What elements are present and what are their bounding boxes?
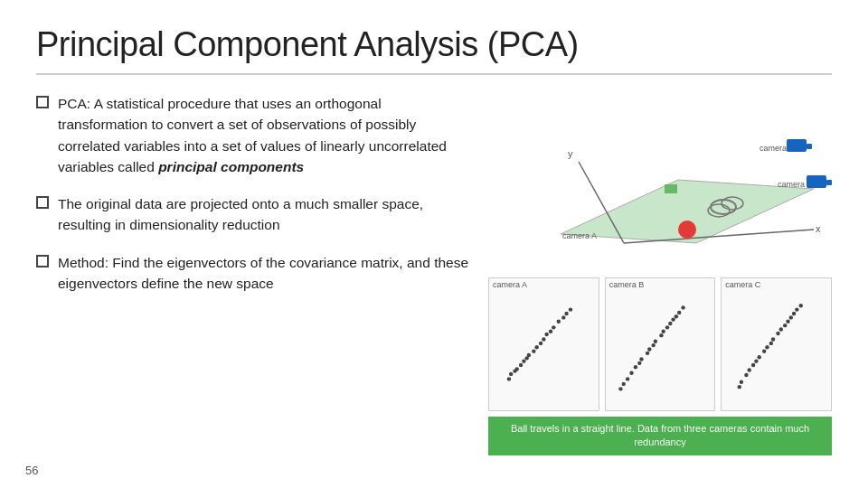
- svg-point-23: [544, 333, 548, 336]
- svg-point-66: [748, 368, 751, 371]
- slide-title: Principal Component Analysis (PCA): [36, 25, 832, 64]
- svg-point-45: [677, 311, 681, 314]
- svg-point-28: [532, 349, 535, 352]
- slide-container: Principal Component Analysis (PCA) PCA: …: [0, 0, 868, 488]
- svg-point-49: [646, 352, 649, 355]
- scatter-label-b: camera B: [609, 280, 645, 289]
- scatter-panel-a: camera A: [488, 277, 599, 411]
- svg-point-64: [796, 307, 799, 311]
- diagram-bottom: camera A: [488, 277, 832, 411]
- svg-point-41: [653, 340, 656, 343]
- right-column: y x camera A camera B: [488, 89, 832, 470]
- svg-point-33: [569, 307, 572, 311]
- svg-rect-15: [826, 180, 832, 185]
- svg-point-44: [671, 317, 675, 321]
- svg-rect-14: [807, 175, 826, 188]
- svg-point-53: [674, 314, 677, 318]
- bullet-item-3: Method: Find the eigenvectors of the cov…: [36, 252, 470, 295]
- svg-point-26: [509, 372, 513, 376]
- svg-point-58: [758, 355, 761, 359]
- svg-point-48: [637, 361, 641, 365]
- svg-point-47: [629, 371, 633, 375]
- diagram-top: y x camera A camera B: [488, 89, 832, 270]
- svg-point-70: [779, 327, 783, 331]
- svg-rect-11: [787, 139, 807, 152]
- slide-number: 56: [25, 464, 38, 477]
- caption-box: Ball travels in a straight line. Data fr…: [488, 417, 832, 455]
- svg-point-42: [659, 333, 663, 337]
- svg-point-60: [771, 337, 775, 341]
- svg-point-32: [564, 312, 568, 315]
- caption-text: Ball travels in a straight line. Data fr…: [511, 423, 809, 447]
- svg-point-38: [633, 365, 637, 369]
- content-area: PCA: A statistical procedure that uses a…: [36, 89, 832, 470]
- bullet-icon-3: [36, 255, 49, 267]
- svg-text:x: x: [816, 223, 821, 234]
- svg-point-35: [524, 356, 528, 360]
- left-column: PCA: A statistical procedure that uses a…: [36, 89, 470, 470]
- svg-point-50: [651, 343, 655, 347]
- svg-point-29: [539, 342, 542, 345]
- svg-text:camera A: camera A: [562, 231, 597, 240]
- svg-point-25: [557, 320, 561, 324]
- svg-rect-16: [665, 184, 677, 193]
- svg-point-73: [799, 304, 803, 307]
- svg-point-36: [618, 387, 622, 390]
- svg-point-37: [626, 377, 629, 380]
- svg-point-34: [513, 369, 516, 372]
- svg-point-57: [751, 363, 755, 367]
- svg-point-65: [740, 380, 743, 383]
- scatter-panel-c: camera C: [721, 277, 832, 411]
- svg-point-51: [661, 330, 665, 333]
- svg-point-68: [762, 349, 766, 352]
- svg-point-63: [789, 315, 793, 319]
- svg-point-72: [792, 312, 796, 315]
- svg-point-27: [519, 363, 523, 367]
- svg-point-71: [787, 320, 790, 324]
- bullet-text-3: Method: Find the eigenvectors of the cov…: [58, 252, 470, 295]
- bullet-text-1: PCA: A statistical procedure that uses a…: [58, 93, 470, 177]
- svg-point-62: [783, 324, 787, 327]
- svg-point-43: [665, 325, 668, 329]
- svg-point-22: [542, 337, 545, 341]
- scatter-label-a: camera A: [493, 280, 527, 289]
- svg-text:y: y: [568, 148, 573, 159]
- svg-point-56: [745, 373, 749, 377]
- svg-point-55: [738, 385, 741, 389]
- svg-point-39: [639, 357, 643, 361]
- scatter-label-c: camera C: [725, 280, 760, 289]
- bullet-item-2: The original data are projected onto a m…: [36, 193, 470, 236]
- svg-point-46: [621, 382, 625, 386]
- svg-point-5: [678, 221, 696, 239]
- svg-point-52: [668, 322, 672, 325]
- svg-point-19: [522, 359, 525, 362]
- svg-point-40: [647, 347, 651, 351]
- title-section: Principal Component Analysis (PCA): [36, 25, 832, 75]
- svg-point-61: [777, 332, 780, 335]
- svg-point-69: [769, 342, 773, 345]
- bullet-text-2: The original data are projected onto a m…: [58, 193, 470, 236]
- bullet-icon-1: [36, 96, 49, 108]
- svg-point-31: [561, 315, 565, 319]
- svg-point-59: [766, 345, 769, 349]
- bullet-item-1: PCA: A statistical procedure that uses a…: [36, 93, 470, 177]
- bullet-icon-2: [36, 196, 49, 209]
- svg-point-24: [552, 325, 555, 329]
- svg-point-67: [755, 359, 759, 362]
- svg-rect-12: [807, 144, 812, 149]
- svg-point-21: [534, 345, 538, 349]
- svg-point-30: [549, 330, 552, 333]
- svg-point-17: [507, 377, 511, 380]
- scatter-panel-b: camera B: [605, 277, 716, 411]
- svg-point-54: [681, 305, 684, 309]
